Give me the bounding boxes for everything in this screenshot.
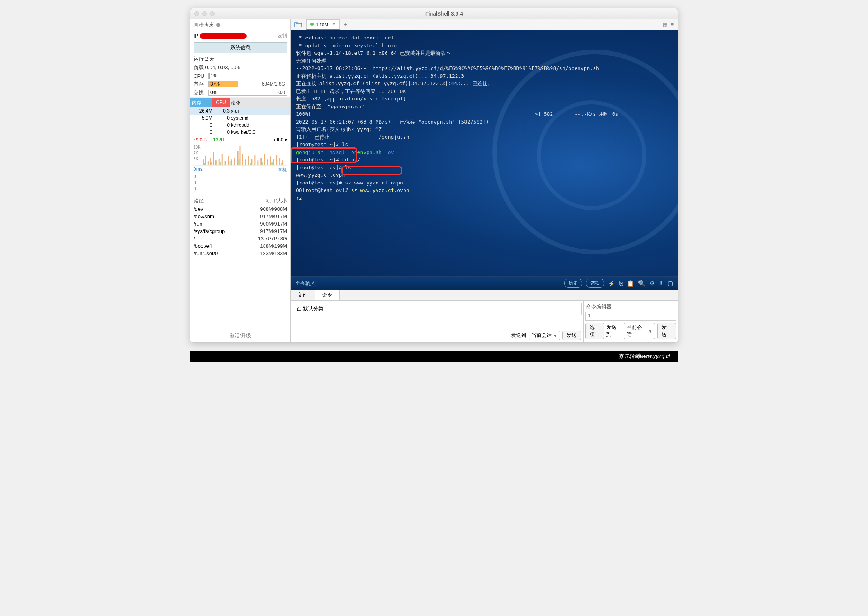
status-dot-icon (310, 23, 314, 26)
folder-icon: 🗀 (296, 306, 301, 312)
svg-rect-24 (273, 159, 274, 165)
chevron-down-icon: ▼ (553, 333, 557, 338)
svg-rect-16 (248, 156, 249, 165)
minimize-icon[interactable] (202, 11, 207, 16)
window-title: FinalShell 3.9.4 (215, 11, 674, 17)
process-row[interactable]: 00kthreadd (190, 122, 290, 129)
svg-rect-14 (242, 154, 243, 165)
uptime-label: 运行 2 天 (190, 55, 290, 63)
svg-rect-6 (219, 159, 220, 165)
ip-row: IP 复制 (190, 31, 290, 41)
folder-icon[interactable] (291, 19, 306, 30)
svg-rect-19 (257, 160, 258, 165)
svg-rect-33 (250, 163, 251, 165)
terminal-line: OO[root@test ov]# sz www.yyzq.cf.ovpn (296, 186, 672, 194)
grid-view-icon[interactable]: ▦ (663, 21, 667, 27)
tab-label: 1 test (316, 21, 328, 27)
cpu-meter: CPU 1% (190, 72, 290, 80)
close-tab-icon[interactable]: × (332, 21, 335, 27)
session-select[interactable]: 当前会话▼ (624, 323, 655, 339)
load-label: 负载 0.04, 0.03, 0.05 (190, 63, 290, 72)
tab-bar: 1 test × + ▦ ≡ (291, 19, 678, 30)
maximize-icon[interactable] (210, 11, 215, 16)
sidebar: 同步状态 IP 复制 系统信息 运行 2 天 负载 0.04, 0.03, 0.… (190, 19, 291, 342)
send-button[interactable]: 发送 (657, 323, 676, 339)
terminal-line: 2022-05-17 06:21:07 (63.8 MB/s) - 已保存 "o… (296, 118, 672, 126)
terminal-line: * extras: mirror.dal.nexril.net (296, 34, 672, 42)
terminal-line: 正在连接 alist.yyzq.cf (alist.yyzq.cf)|34.97… (296, 80, 672, 88)
terminal-line: 100%[===================================… (296, 110, 672, 118)
add-tab-button[interactable]: + (340, 19, 352, 30)
svg-rect-35 (271, 162, 273, 165)
editor-input[interactable]: 1 (585, 312, 676, 321)
svg-rect-31 (230, 161, 231, 165)
svg-rect-8 (225, 161, 226, 165)
ping-values: 000 (190, 174, 290, 192)
tab-command[interactable]: 命令 (315, 290, 340, 300)
process-row[interactable]: 00kworker/0:0H (190, 129, 290, 136)
terminal[interactable]: * extras: mirror.dal.nexril.net * update… (291, 30, 678, 276)
upload-icon: ↑992B (194, 137, 207, 143)
history-button[interactable]: 历史 (564, 279, 582, 288)
svg-rect-36 (281, 163, 282, 165)
ping-row: 0ms本机 (190, 166, 290, 174)
svg-rect-23 (270, 156, 271, 165)
send-to-label: 发送到 (511, 332, 526, 339)
svg-rect-29 (211, 162, 212, 165)
option-button[interactable]: 选项 (585, 323, 604, 339)
fullscreen-icon[interactable]: ▢ (667, 280, 673, 287)
download-icon[interactable]: ⇩ (658, 280, 664, 287)
system-info-button[interactable]: 系统信息 (194, 42, 287, 53)
close-icon[interactable] (194, 11, 199, 16)
watermark: 有云转晴www.yyzq.cf (190, 351, 678, 362)
session-select[interactable]: 当前会话▼ (529, 331, 560, 340)
svg-rect-13 (240, 146, 241, 165)
bottom-tabs: 文件 命令 (291, 290, 678, 301)
list-view-icon[interactable]: ≡ (671, 21, 674, 27)
process-row[interactable]: 5.9M0systemd (190, 115, 290, 122)
process-row[interactable]: 26.4M0.3x-ui (190, 107, 290, 115)
svg-rect-5 (215, 160, 217, 165)
terminal-line: 正在解析主机 alist.yyzq.cf (alist.yyzq.cf)... … (296, 72, 672, 80)
svg-rect-9 (228, 156, 229, 165)
filesystem-row[interactable]: /dev/shm917M/917M (190, 213, 290, 220)
send-button[interactable]: 发送 (562, 331, 581, 340)
svg-rect-20 (260, 158, 262, 165)
activate-button[interactable]: 激活/升级 (190, 329, 290, 342)
status-dot-icon (216, 23, 220, 27)
copy-button[interactable]: 复制 (278, 32, 287, 39)
svg-rect-21 (264, 154, 265, 165)
svg-rect-7 (222, 154, 223, 165)
svg-rect-10 (231, 159, 232, 165)
filesystem-row[interactable]: /boot/efi188M/199M (190, 242, 290, 250)
tab-session[interactable]: 1 test × (306, 19, 340, 30)
command-input[interactable]: 命令输入 (295, 280, 560, 287)
svg-rect-12 (237, 151, 239, 165)
interface-select[interactable]: eth0 ▾ (274, 137, 287, 143)
terminal-line: 已发出 HTTP 请求，正在等待回应... 200 OK (296, 88, 672, 95)
svg-rect-25 (276, 155, 277, 165)
category-item[interactable]: 🗀 默认分类 (292, 303, 582, 315)
svg-rect-26 (279, 158, 280, 165)
highlight-box (341, 166, 402, 175)
filesystem-row[interactable]: /run900M/917M (190, 220, 290, 227)
search-icon[interactable]: 🔍 (638, 280, 646, 287)
bolt-icon[interactable]: ⚡ (608, 280, 615, 287)
command-bar: 命令输入 历史 选项 ⚡ ⎘ 📋 🔍 ⚙ ⇩ ▢ (291, 276, 678, 290)
filesystem-row[interactable]: /dev908M/908M (190, 205, 290, 213)
terminal-line: rz (296, 194, 672, 202)
gear-icon[interactable]: ⚙ (649, 280, 655, 287)
terminal-line: --2022-05-17 06:21:06-- https://alist.yy… (296, 64, 672, 72)
copy-icon[interactable]: ⎘ (619, 280, 623, 287)
filesystem-row[interactable]: /sys/fs/cgroup917M/917M (190, 227, 290, 235)
svg-rect-15 (245, 159, 246, 165)
terminal-line: 软件包 wget-1.14-18.el7_6.1.x86_64 已安装并且是最新… (296, 49, 672, 57)
filesystem-header: 路径可用/大小 (190, 195, 290, 205)
network-chart: 10K7K3K (194, 144, 287, 166)
options-button[interactable]: 选项 (586, 279, 604, 288)
paste-icon[interactable]: 📋 (627, 280, 634, 287)
terminal-line: [root@test ov]# sz www.yyzq.cf.ovpn (296, 179, 672, 187)
filesystem-row[interactable]: /run/user/0183M/183M (190, 250, 290, 257)
tab-file[interactable]: 文件 (291, 290, 315, 300)
filesystem-row[interactable]: /13.7G/19.8G (190, 235, 290, 242)
